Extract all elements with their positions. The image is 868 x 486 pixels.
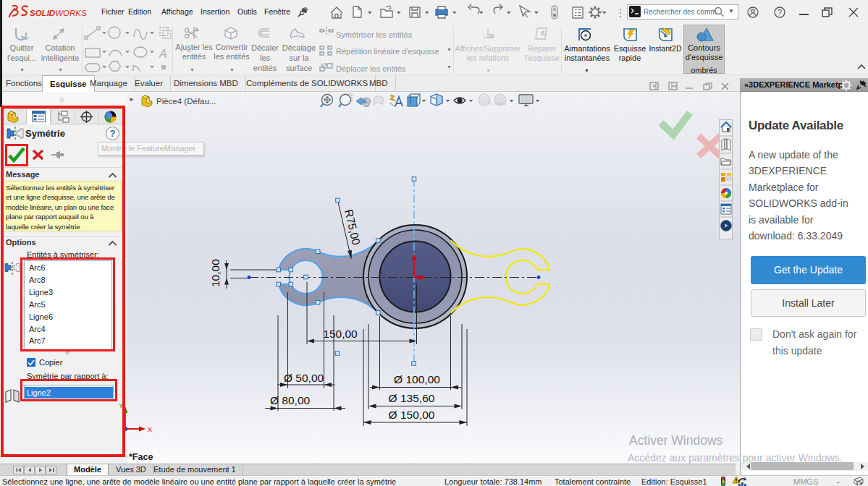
- svg-text:10,00: 10,00: [209, 259, 222, 287]
- svg-text:Ø 50,00: Ø 50,00: [284, 372, 324, 384]
- svg-text:Ø 135,60: Ø 135,60: [389, 392, 435, 404]
- svg-text:Ø 80,00: Ø 80,00: [270, 394, 311, 406]
- svg-text:Ø 150,00: Ø 150,00: [389, 409, 435, 421]
- svg-text:Ø 100,00: Ø 100,00: [394, 373, 440, 385]
- svg-text:R75,00: R75,00: [342, 208, 363, 247]
- svg-text:X: X: [148, 426, 152, 433]
- svg-text:150,00: 150,00: [323, 328, 358, 340]
